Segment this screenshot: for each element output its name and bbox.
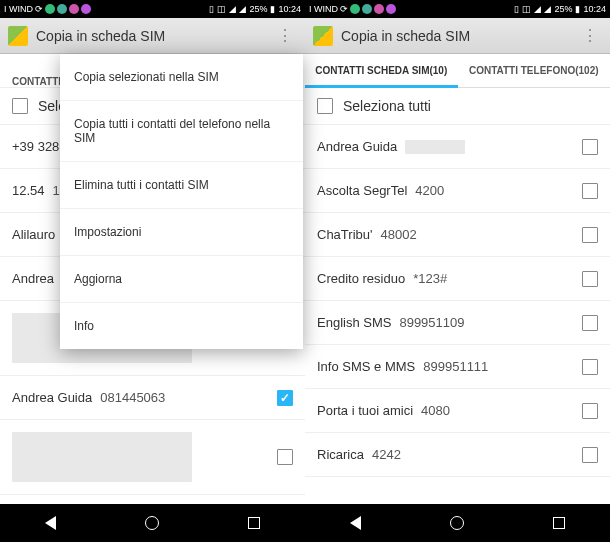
screen-right: I WIND ⟳ ▯ ◫ ◢ ◢ 25% ▮ 10:24 Copia in sc…: [305, 0, 610, 542]
tab[interactable]: CONTATTI SCHEDA SIM(10): [305, 54, 458, 87]
home-button[interactable]: [145, 516, 159, 530]
menu-item[interactable]: Aggiorna: [60, 256, 303, 303]
contact-checkbox[interactable]: [277, 449, 293, 465]
clock-label: 10:24: [278, 4, 301, 14]
back-button[interactable]: [350, 516, 361, 530]
recents-button[interactable]: [553, 517, 565, 529]
notif-icon: [81, 4, 91, 14]
contact-name: Andrea Guida: [12, 390, 92, 405]
notif-icon: [69, 4, 79, 14]
select-all-checkbox[interactable]: [12, 98, 28, 114]
overflow-menu-button[interactable]: ⋮: [273, 26, 297, 45]
tab[interactable]: CONTATTI TELEFONO(102): [458, 54, 611, 87]
signal-icon: ◢: [544, 4, 551, 14]
carrier-label: I WIND: [4, 4, 33, 14]
battery-icon: ▮: [575, 4, 580, 14]
menu-item[interactable]: Copia tutti i contatti del telefono nell…: [60, 101, 303, 162]
contact-row[interactable]: Info SMS e MMS899951111: [305, 345, 610, 389]
contact-checkbox[interactable]: [582, 139, 598, 155]
nfc-icon: ▯: [209, 4, 214, 14]
contact-row[interactable]: Porta i tuoi amici4080: [305, 389, 610, 433]
contact-name: English SMS: [317, 315, 391, 330]
contact-name: Credito residuo: [317, 271, 405, 286]
contact-row[interactable]: Ascolta SegrTel4200: [305, 169, 610, 213]
overflow-menu-button[interactable]: ⋮: [578, 26, 602, 45]
battery-icon: ▮: [270, 4, 275, 14]
app-title: Copia in scheda SIM: [36, 28, 265, 44]
screen-left: I WIND ⟳ ▯ ◫ ◢ ◢ 25% ▮ 10:24 Copia in sc…: [0, 0, 305, 542]
vibrate-icon: ◫: [522, 4, 531, 14]
carrier-label: I WIND: [309, 4, 338, 14]
app-icon: [8, 26, 28, 46]
contact-checkbox[interactable]: [582, 183, 598, 199]
select-all-row[interactable]: Seleziona tutti: [305, 88, 610, 125]
contact-number: 48002: [380, 227, 416, 242]
app-title: Copia in scheda SIM: [341, 28, 570, 44]
contact-name: ChaTribu': [317, 227, 372, 242]
navigation-bar: [0, 504, 305, 542]
contact-number: *123#: [413, 271, 447, 286]
home-button[interactable]: [450, 516, 464, 530]
contact-name: Info SMS e MMS: [317, 359, 415, 374]
clock-label: 10:24: [583, 4, 606, 14]
select-all-checkbox[interactable]: [317, 98, 333, 114]
battery-label: 25%: [249, 4, 267, 14]
app-bar: Copia in scheda SIM ⋮: [0, 18, 305, 54]
contact-checkbox[interactable]: [582, 403, 598, 419]
contact-number: 081445063: [100, 390, 165, 405]
contact-checkbox[interactable]: [582, 359, 598, 375]
contact-name: Alilauro: [12, 227, 55, 242]
signal-icon: ◢: [239, 4, 246, 14]
notif-icon: [350, 4, 360, 14]
contact-row[interactable]: ChaTribu'48002: [305, 213, 610, 257]
contact-checkbox[interactable]: [582, 271, 598, 287]
contact-name: Andrea: [12, 271, 54, 286]
contact-name: Ricarica: [317, 447, 364, 462]
notif-icon: [362, 4, 372, 14]
app-bar: Copia in scheda SIM ⋮: [305, 18, 610, 54]
sync-icon: ⟳: [35, 4, 43, 14]
notif-icon: [386, 4, 396, 14]
contact-row[interactable]: English SMS899951109: [305, 301, 610, 345]
contact-checkbox[interactable]: [582, 447, 598, 463]
contact-row[interactable]: Andrea Guida: [305, 125, 610, 169]
back-button[interactable]: [45, 516, 56, 530]
nfc-icon: ▯: [514, 4, 519, 14]
vibrate-icon: ◫: [217, 4, 226, 14]
contact-name: Porta i tuoi amici: [317, 403, 413, 418]
overflow-menu: Copia selezionati nella SIMCopia tutti i…: [60, 54, 303, 349]
notif-icon: [374, 4, 384, 14]
signal-icon: ◢: [534, 4, 541, 14]
menu-item[interactable]: Info: [60, 303, 303, 349]
contact-row[interactable]: Andrea Guida081445063: [0, 376, 305, 420]
contact-checkbox[interactable]: [582, 315, 598, 331]
sync-icon: ⟳: [340, 4, 348, 14]
tab-bar: CONTATTI SCHEDA SIM(10)CONTATTI TELEFONO…: [305, 54, 610, 88]
redacted-block: [405, 140, 465, 154]
menu-item[interactable]: Impostazioni: [60, 209, 303, 256]
contact-name: Ascolta SegrTel: [317, 183, 407, 198]
signal-icon: ◢: [229, 4, 236, 14]
contact-checkbox[interactable]: [582, 227, 598, 243]
app-icon: [313, 26, 333, 46]
select-all-label: Seleziona tutti: [343, 98, 431, 114]
recents-button[interactable]: [248, 517, 260, 529]
contact-number: 4242: [372, 447, 401, 462]
contact-name: 12.54: [12, 183, 45, 198]
contact-row[interactable]: Credito residuo*123#: [305, 257, 610, 301]
redacted-block: [12, 432, 192, 482]
battery-label: 25%: [554, 4, 572, 14]
status-bar: I WIND ⟳ ▯ ◫ ◢ ◢ 25% ▮ 10:24: [305, 0, 610, 18]
menu-item[interactable]: Copia selezionati nella SIM: [60, 54, 303, 101]
notif-icon: [45, 4, 55, 14]
notif-icon: [57, 4, 67, 14]
contact-row[interactable]: Ricarica4242: [305, 433, 610, 477]
navigation-bar: [305, 504, 610, 542]
contact-number: 899951109: [399, 315, 464, 330]
contact-name: Andrea Guida: [317, 139, 397, 154]
contact-row[interactable]: [0, 420, 305, 495]
menu-item[interactable]: Elimina tutti i contatti SIM: [60, 162, 303, 209]
contact-list: Andrea GuidaAscolta SegrTel4200ChaTribu'…: [305, 125, 610, 504]
contact-checkbox[interactable]: [277, 390, 293, 406]
contact-number: 4080: [421, 403, 450, 418]
